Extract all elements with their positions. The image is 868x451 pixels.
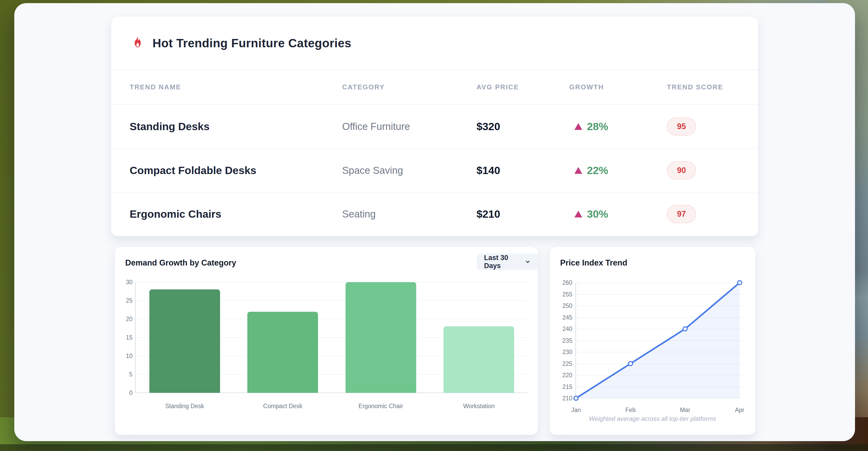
trend-table-body: Standing Desks Office Furniture $320 28%… [111, 105, 758, 236]
x-axis-label: Workstation [463, 403, 495, 410]
column-header-trend-score: TREND SCORE [667, 83, 758, 91]
line-chart-plot: 210215220225230235240245250255260JanFebM… [550, 247, 755, 434]
x-axis-label: Compact Desk [263, 403, 302, 410]
data-point-feb [628, 362, 632, 366]
trend-growth-value: 22% [587, 164, 608, 176]
trending-table-card: Hot Trending Furniture Categories TREND … [111, 16, 758, 236]
line-area-fill [576, 283, 740, 398]
price-trend-line [550, 247, 756, 436]
triangle-up-icon [575, 211, 582, 218]
y-axis-tick: 20 [117, 316, 132, 323]
y-axis-tick: 5 [117, 371, 132, 378]
column-header-category: CATEGORY [342, 83, 476, 91]
column-header-growth: GROWTH [569, 83, 667, 91]
trend-score-cell: 95 [667, 118, 758, 136]
x-axis-label: Ergonomic Chair [359, 403, 403, 410]
triangle-up-icon [575, 123, 582, 130]
column-header-row: TREND NAME CATEGORY AVG PRICE GROWTH TRE… [111, 70, 758, 105]
trend-name: Compact Foldable Desks [130, 164, 342, 176]
data-point-mar [683, 327, 687, 331]
gridline [135, 282, 528, 282]
table-row: Compact Foldable Desks Space Saving $140… [111, 148, 758, 192]
column-header-trend-name: TREND NAME [130, 83, 342, 91]
bar-chart-card: Demand Growth by Category Last 30 Days 0… [114, 246, 538, 435]
flame-icon [130, 35, 146, 51]
table-row: Standing Desks Office Furniture $320 28%… [111, 105, 758, 148]
y-axis-tick: 15 [117, 334, 132, 341]
trend-growth: 30% [569, 208, 667, 220]
triangle-up-icon [575, 167, 582, 174]
trend-category: Seating [342, 208, 476, 220]
trend-score-cell: 90 [667, 161, 758, 180]
y-axis-line [135, 282, 135, 393]
trending-table-header: Hot Trending Furniture Categories [111, 17, 758, 70]
table-row: Ergonomic Chairs Seating $210 30% 97 [111, 192, 758, 236]
dashboard-panel: Hot Trending Furniture Categories TREND … [14, 3, 855, 441]
trend-growth: 22% [569, 164, 667, 176]
trending-table-title: Hot Trending Furniture Categories [153, 36, 351, 50]
y-axis-tick: 25 [117, 297, 132, 304]
y-axis-tick: 30 [117, 279, 132, 286]
bar-chart-plot: 051015202530Standing DeskCompact DeskErg… [115, 247, 538, 434]
page: { "trending_table": { "title": "Hot Tren… [0, 0, 868, 451]
bar-ergonomic-chair [345, 282, 416, 393]
trend-category: Space Saving [342, 165, 476, 176]
trend-growth-value: 30% [587, 208, 608, 220]
data-point-jan [574, 396, 578, 400]
y-axis-tick: 10 [117, 353, 132, 359]
trend-growth: 28% [569, 121, 667, 133]
bar-standing-desk [149, 289, 220, 393]
line-chart-footnote: Weighted average across all top-tier pla… [550, 415, 755, 422]
column-header-avg-price: AVG PRICE [476, 83, 569, 91]
trend-growth-value: 28% [587, 121, 608, 133]
trend-score-badge: 90 [667, 161, 696, 180]
trend-name: Ergonomic Chairs [130, 208, 342, 220]
bar-compact-desk [247, 312, 318, 393]
line-chart-card: Price Index Trend 2102152202252302352402… [549, 246, 756, 435]
x-axis-label: Standing Desk [165, 403, 204, 410]
trend-avg-price: $210 [476, 208, 569, 220]
trend-score-badge: 95 [667, 118, 696, 136]
trend-name: Standing Desks [130, 121, 342, 133]
trend-category: Office Furniture [342, 121, 476, 132]
data-point-apr [738, 281, 742, 285]
bar-workstation [443, 326, 514, 393]
trend-score-cell: 97 [667, 205, 758, 223]
y-axis-tick: 0 [117, 389, 132, 396]
background-photo-edge [0, 444, 868, 451]
trend-score-badge: 97 [667, 205, 696, 223]
trend-avg-price: $320 [476, 121, 569, 133]
trend-avg-price: $140 [476, 164, 569, 176]
